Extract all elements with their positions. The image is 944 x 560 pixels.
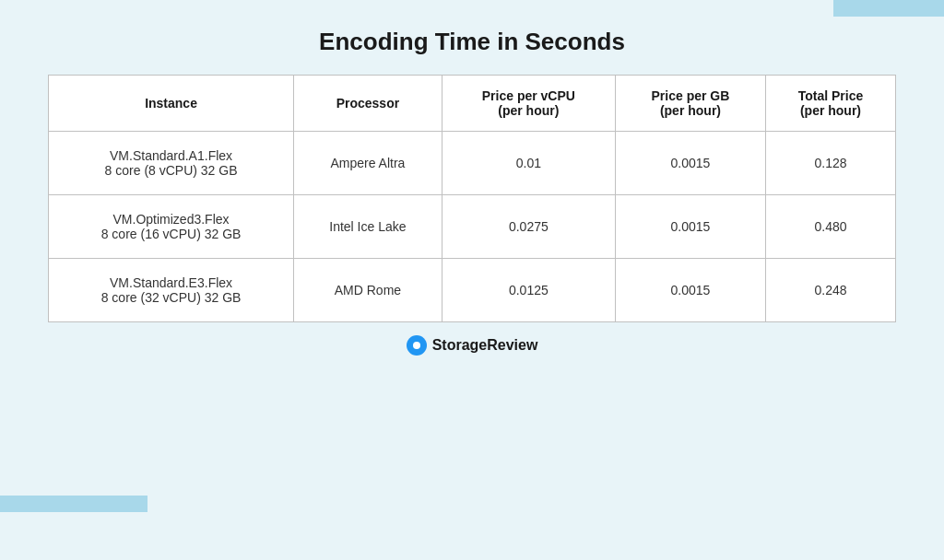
table-header-row: Instance Processor Price per vCPU(per ho… xyxy=(49,76,896,132)
col-header-price-gb: Price per GB(per hour) xyxy=(615,76,765,132)
col-header-instance: Instance xyxy=(49,76,294,132)
pricing-table: Instance Processor Price per vCPU(per ho… xyxy=(48,75,896,322)
brand-name: StorageReview xyxy=(432,337,538,354)
cell-total-price: 0.128 xyxy=(765,132,895,195)
bottom-left-decoration xyxy=(0,496,148,512)
top-right-decoration xyxy=(833,0,944,17)
cell-instance: VM.Standard.A1.Flex8 core (8 vCPU) 32 GB xyxy=(49,132,294,195)
table-row: VM.Optimized3.Flex8 core (16 vCPU) 32 GB… xyxy=(49,195,896,259)
cell-total-price: 0.248 xyxy=(765,259,895,322)
brand-prefix: Storage xyxy=(432,337,488,353)
cell-price-vcpu: 0.01 xyxy=(442,132,615,195)
cell-price-gb: 0.0015 xyxy=(615,195,765,259)
cell-price-gb: 0.0015 xyxy=(615,259,765,322)
col-header-processor: Processor xyxy=(294,76,442,132)
cell-processor: Intel Ice Lake xyxy=(294,195,442,259)
cell-price-vcpu: 0.0125 xyxy=(442,259,615,322)
table-row: VM.Standard.E3.Flex8 core (32 vCPU) 32 G… xyxy=(49,259,896,322)
cell-processor: Ampere Altra xyxy=(294,132,442,195)
page-wrapper: Encoding Time in Seconds Instance Proces… xyxy=(0,0,944,560)
brand-icon xyxy=(407,335,427,356)
col-header-price-vcpu: Price per vCPU(per hour) xyxy=(442,76,615,132)
col-header-total-price: Total Price(per hour) xyxy=(765,76,895,132)
table-row: VM.Standard.A1.Flex8 core (8 vCPU) 32 GB… xyxy=(49,132,896,195)
brand-logo: StorageReview xyxy=(407,335,538,356)
cell-processor: AMD Rome xyxy=(294,259,442,322)
footer: StorageReview xyxy=(407,335,538,356)
cell-instance: VM.Optimized3.Flex8 core (16 vCPU) 32 GB xyxy=(49,195,294,259)
cell-total-price: 0.480 xyxy=(765,195,895,259)
page-title: Encoding Time in Seconds xyxy=(319,28,625,56)
brand-suffix: Review xyxy=(487,337,537,353)
cell-price-gb: 0.0015 xyxy=(615,132,765,195)
pricing-table-container: Instance Processor Price per vCPU(per ho… xyxy=(48,75,896,322)
table-body: VM.Standard.A1.Flex8 core (8 vCPU) 32 GB… xyxy=(49,132,896,322)
cell-price-vcpu: 0.0275 xyxy=(442,195,615,259)
cell-instance: VM.Standard.E3.Flex8 core (32 vCPU) 32 G… xyxy=(49,259,294,322)
